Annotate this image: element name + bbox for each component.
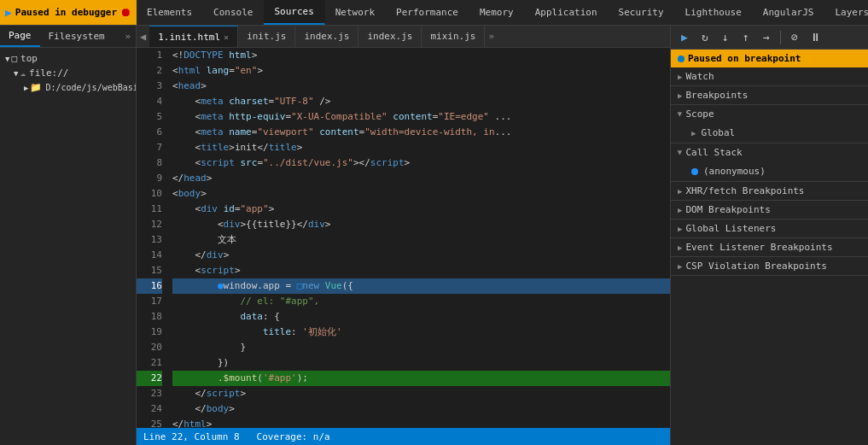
xhr-section: ▶ XHR/fetch Breakpoints (671, 182, 868, 201)
global-label: Global (701, 127, 735, 138)
dbg-step-over-btn[interactable]: ↻ (696, 29, 714, 46)
dbg-step-into-btn[interactable]: ↓ (717, 29, 734, 46)
dbg-step-btn[interactable]: → (758, 29, 775, 46)
dom-section-header[interactable]: ▶ DOM Breakpoints (671, 201, 868, 219)
debugger-panel: ▶ ↻ ↓ ↑ → ⊘ ⏸ Paused on breakpoint ▶ Wat… (670, 26, 868, 445)
tab-security[interactable]: Security (609, 0, 675, 25)
code-line-10: <body> (172, 186, 670, 202)
dom-section: ▶ DOM Breakpoints (671, 201, 868, 220)
tree-tab-filesystem[interactable]: Filesystem (40, 26, 114, 47)
tab-layers[interactable]: Layers (824, 0, 868, 25)
dbg-step-out-btn[interactable]: ↑ (737, 29, 754, 46)
tree-arrow-folder: ▶ (24, 84, 28, 92)
dbg-resume-btn[interactable]: ▶ (676, 29, 693, 46)
code-line-17: // el: "#app", (172, 294, 670, 309)
line-num-18: 18 (137, 309, 162, 325)
main-content: Page Filesystem » ▼ □ top ▼ ☁ file:// ▶ … (0, 26, 868, 445)
code-line-24: </body> (172, 401, 670, 417)
tab-performance[interactable]: Performance (386, 0, 469, 25)
code-line-1: <!DOCTYPE html> (172, 48, 670, 63)
line-num-16: 16 (137, 278, 162, 294)
file-tree-body: ▼ □ top ▼ ☁ file:// ▶ 📁 D:/code/js/webBa… (0, 48, 136, 445)
file-tree-header: Page Filesystem » (0, 26, 136, 48)
line-num-10: 10 (137, 186, 162, 202)
editor-tabs: ◀ 1.init.html ✕ init.js index.js index.j… (137, 26, 670, 48)
tree-item-top[interactable]: ▼ □ top (0, 51, 136, 66)
tree-label-file: file:// (29, 67, 68, 79)
line-num-8: 8 (137, 155, 162, 171)
line-num-13: 13 (137, 232, 162, 248)
tree-item-folder[interactable]: ▶ 📁 D:/code/js/webBasic/VueResor (0, 80, 136, 95)
tab-console[interactable]: Console (203, 0, 264, 25)
cursor-position: Line 22, Column 8 (143, 431, 240, 442)
callstack-item-anonymous[interactable]: (anonymous) (671, 163, 868, 179)
callstack-section-header[interactable]: ▶ Call Stack (671, 143, 868, 161)
debugger-toolbar: ▶ ↻ ↓ ↑ → ⊘ ⏸ (671, 26, 868, 50)
editor-tab-index-js1[interactable]: index.js (295, 26, 358, 47)
line-numbers: 1 2 3 4 5 6 7 8 9 10 11 12 13 14 15 16 1 (137, 48, 167, 428)
editor-tab-init-js[interactable]: init.js (238, 26, 295, 47)
dbg-pause-btn[interactable]: ⏸ (807, 29, 824, 46)
coverage-info: Coverage: n/a (257, 431, 330, 442)
line-num-15: 15 (137, 263, 162, 278)
tabs-overflow-button[interactable]: » (485, 31, 498, 42)
event-listener-label: Event Listener Breakpoints (685, 242, 832, 253)
callstack-section: ▶ Call Stack (anonymous) (671, 143, 868, 182)
tab-lighthouse[interactable]: Lighthouse (675, 0, 753, 25)
event-listener-section: ▶ Event Listener Breakpoints (671, 238, 868, 257)
tab-sources[interactable]: Sources (264, 0, 324, 25)
line-num-25: 25 (137, 417, 162, 428)
tab-memory[interactable]: Memory (469, 0, 525, 25)
tree-item-file[interactable]: ▼ ☁ file:// (0, 66, 136, 80)
global-listeners-arrow: ▶ (678, 225, 682, 233)
xhr-label: XHR/fetch Breakpoints (685, 185, 804, 196)
tab-scroll-left[interactable]: ◀ (137, 31, 149, 43)
breakpoints-section-header[interactable]: ▶ Breakpoints (671, 86, 868, 104)
code-line-14: </div> (172, 248, 670, 263)
watch-section-header[interactable]: ▶ Watch (671, 67, 868, 85)
code-line-2: <html lang="en"> (172, 63, 670, 79)
csp-label: CSP Violation Breakpoints (685, 261, 827, 272)
tree-arrow-top: ▼ (5, 55, 9, 63)
scope-section-header[interactable]: ▶ Scope (671, 105, 868, 123)
callstack-arrow: ▶ (676, 150, 684, 155)
tree-folder-icon-top: □ (11, 53, 17, 64)
tab-close-0[interactable]: ✕ (224, 32, 229, 42)
xhr-section-header[interactable]: ▶ XHR/fetch Breakpoints (671, 182, 868, 200)
line-num-12: 12 (137, 217, 162, 232)
code-line-21: }) (172, 355, 670, 371)
editor-tab-index-js2[interactable]: index.js (358, 26, 422, 47)
line-num-9: 9 (137, 171, 162, 186)
line-num-1: 1 (137, 48, 162, 63)
tab-angularjs[interactable]: AngularJS (753, 0, 825, 25)
line-num-17: 17 (137, 294, 162, 309)
tab-application[interactable]: Application (525, 0, 609, 25)
csp-section-header[interactable]: ▶ CSP Violation Breakpoints (671, 257, 868, 275)
watch-section: ▶ Watch (671, 67, 868, 86)
editor-tab-label-4: mixin.js (430, 31, 475, 42)
editor-tab-mixin-js[interactable]: mixin.js (422, 26, 485, 47)
editor-tab-init-html[interactable]: 1.init.html ✕ (149, 26, 238, 47)
paused-label: Paused on breakpoint (688, 53, 801, 64)
tree-tab-page[interactable]: Page (0, 26, 40, 47)
callstack-label: Call Stack (685, 147, 742, 158)
paused-dot (678, 56, 684, 62)
csp-arrow: ▶ (678, 262, 682, 271)
scope-item-global[interactable]: ▶ Global (671, 125, 868, 141)
editor-tab-label-0: 1.init.html (158, 32, 220, 43)
global-listeners-header[interactable]: ▶ Global Listeners (671, 220, 868, 237)
record-icon: ⏺ (120, 6, 131, 19)
code-line-3: <head> (172, 79, 670, 94)
tab-network[interactable]: Network (325, 0, 386, 25)
event-listener-header[interactable]: ▶ Event Listener Breakpoints (671, 238, 868, 256)
dbg-deactivate-btn[interactable]: ⊘ (786, 29, 803, 46)
global-listeners-section: ▶ Global Listeners (671, 220, 868, 238)
watch-label: Watch (685, 71, 714, 82)
code-line-18: data: { (172, 309, 670, 325)
tree-more-button[interactable]: » (119, 31, 136, 42)
line-num-24: 24 (137, 401, 162, 417)
code-line-4: <meta charset="UTF-8" /> (172, 94, 670, 109)
paused-banner: Paused on breakpoint (671, 50, 868, 67)
editor-content[interactable]: 1 2 3 4 5 6 7 8 9 10 11 12 13 14 15 16 1 (137, 48, 670, 428)
tab-elements[interactable]: Elements (137, 0, 203, 25)
